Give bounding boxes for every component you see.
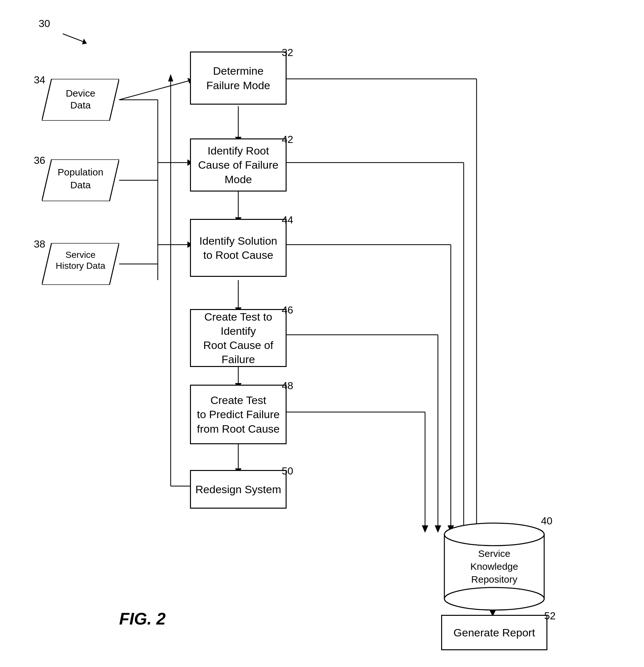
box-create-test-identify: Create Test to IdentifyRoot Cause of Fai… xyxy=(190,309,287,367)
ref-46: 46 xyxy=(282,304,293,316)
svg-point-54 xyxy=(444,587,544,610)
box-redesign-system: Redesign System xyxy=(190,470,287,509)
box-generate-report: Generate Report xyxy=(441,615,547,650)
svg-marker-1 xyxy=(82,39,87,45)
figure-label: FIG. 2 xyxy=(119,609,165,628)
box-identify-solution: Identify Solutionto Root Cause xyxy=(190,219,287,277)
ref-38: 38 xyxy=(34,238,45,250)
ref-40: 40 xyxy=(541,515,552,527)
box-determine-failure-mode: DetermineFailure Mode xyxy=(190,51,287,104)
ref-34: 34 xyxy=(34,74,45,86)
svg-line-12 xyxy=(119,80,190,100)
svg-text:Population: Population xyxy=(58,167,103,177)
ref-42: 42 xyxy=(282,134,293,146)
svg-marker-40 xyxy=(168,74,173,81)
ref-52: 52 xyxy=(544,610,556,622)
svg-marker-37 xyxy=(422,525,428,533)
ref-36: 36 xyxy=(34,154,45,166)
svg-text:Data: Data xyxy=(70,100,91,110)
svg-text:Device: Device xyxy=(66,88,95,98)
svg-text:Service: Service xyxy=(65,250,95,260)
ref-50: 50 xyxy=(282,465,293,477)
service-history-shape: Service History Data xyxy=(42,243,119,285)
device-data-shape: Device Data xyxy=(42,79,119,121)
ref-44: 44 xyxy=(282,214,293,226)
svg-marker-34 xyxy=(435,525,441,533)
box-identify-root-cause: Identify RootCause of Failure Mode xyxy=(190,139,287,192)
service-knowledge-repository: Service Knowledge Repository xyxy=(441,521,547,613)
svg-line-0 xyxy=(63,34,84,42)
box-create-test-predict: Create Testto Predict Failurefrom Root C… xyxy=(190,385,287,444)
ref-30: 30 xyxy=(39,18,50,30)
population-data-shape: Population Data xyxy=(42,159,119,201)
svg-text:Repository: Repository xyxy=(471,574,517,585)
svg-point-53 xyxy=(444,523,544,546)
ref-48: 48 xyxy=(282,380,293,392)
ref-32: 32 xyxy=(282,47,293,59)
diagram-container: 30 FIG. 2 DetermineFailure Mode 32 Ident… xyxy=(0,0,644,667)
svg-text:Knowledge: Knowledge xyxy=(470,561,518,572)
svg-text:Data: Data xyxy=(70,180,91,190)
svg-text:History Data: History Data xyxy=(56,261,105,271)
svg-text:Service: Service xyxy=(478,548,510,559)
